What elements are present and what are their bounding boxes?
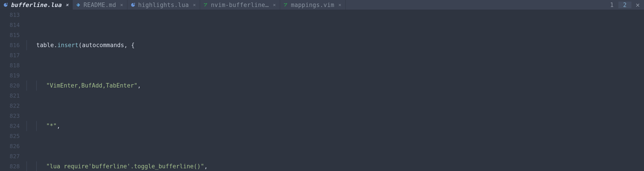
code-line: table.insert(autocommands, { bbox=[26, 40, 644, 50]
line-number: 816 bbox=[0, 40, 20, 50]
vim-icon bbox=[203, 3, 208, 8]
line-number: 826 bbox=[0, 141, 20, 151]
tok: , bbox=[57, 122, 60, 129]
buffer-tab-label: bufferline.lua bbox=[11, 2, 62, 8]
svg-point-6 bbox=[131, 3, 135, 7]
line-number: 821 bbox=[0, 91, 20, 101]
tok: "lua require'bufferline'.toggle_bufferli… bbox=[46, 163, 204, 170]
buffer-tab-label: nvim-bufferline… bbox=[211, 2, 269, 8]
line-number: 815 bbox=[0, 30, 20, 40]
line-number: 814 bbox=[0, 20, 20, 30]
line-number: 825 bbox=[0, 131, 20, 141]
tok: table bbox=[36, 42, 54, 49]
tok: , bbox=[138, 82, 141, 89]
line-number: 818 bbox=[0, 60, 20, 70]
code-line: "VimEnter,BufAdd,TabEnter", bbox=[26, 81, 644, 91]
buffer-tab-nvim-bufferline-vim[interactable]: nvim-bufferline… × bbox=[200, 0, 280, 10]
buffer-tab-bufferline-lua[interactable]: bufferline.lua × bbox=[0, 0, 73, 10]
tab-bar-spacer bbox=[346, 0, 606, 10]
code-line: "*", bbox=[26, 121, 644, 131]
vim-icon bbox=[283, 3, 288, 8]
buffer-tab-bar: bufferline.lua × README.md × highlights.… bbox=[0, 0, 644, 10]
tok: , bbox=[204, 163, 208, 170]
line-number: 827 bbox=[0, 151, 20, 161]
tabpage-close-icon[interactable]: ✕ bbox=[632, 1, 644, 9]
svg-point-8 bbox=[134, 3, 135, 4]
lua-icon bbox=[3, 3, 8, 8]
svg-point-0 bbox=[4, 3, 8, 7]
line-number: 813 bbox=[0, 10, 20, 20]
tok: autocommands bbox=[82, 42, 124, 49]
buffer-tab-readme-md[interactable]: README.md × bbox=[73, 0, 127, 10]
code-line: "lua require'bufferline'.toggle_bufferli… bbox=[26, 161, 644, 171]
tok: ( bbox=[78, 42, 82, 49]
tabpage-2[interactable]: 2 bbox=[618, 2, 632, 8]
close-icon[interactable]: × bbox=[337, 2, 341, 8]
editor-pane[interactable]: 813 814 815 816 817 818 819 820 821 822 … bbox=[0, 10, 644, 171]
line-number-gutter: 813 814 815 816 817 818 819 820 821 822 … bbox=[0, 10, 25, 171]
buffer-tab-mappings-vim[interactable]: mappings.vim × bbox=[280, 0, 346, 10]
tok: , { bbox=[124, 42, 134, 49]
buffer-tab-label: README.md bbox=[84, 2, 116, 8]
markdown-icon bbox=[76, 3, 81, 8]
svg-point-1 bbox=[6, 3, 7, 5]
buffer-tab-label: mappings.vim bbox=[291, 2, 334, 8]
buffer-tab-label: highlights.lua bbox=[138, 2, 189, 8]
close-icon[interactable]: × bbox=[272, 2, 276, 8]
tok: . bbox=[54, 42, 58, 49]
lua-icon bbox=[130, 3, 136, 8]
line-number: 822 bbox=[0, 101, 20, 111]
svg-point-2 bbox=[7, 3, 8, 4]
tok: "VimEnter,BufAdd,TabEnter" bbox=[46, 82, 138, 89]
tok: "*" bbox=[46, 122, 57, 129]
close-icon[interactable]: × bbox=[119, 2, 123, 8]
line-number: 823 bbox=[0, 111, 20, 121]
code-area[interactable]: table.insert(autocommands, { "VimEnter,B… bbox=[25, 10, 644, 171]
tok: insert bbox=[58, 42, 78, 49]
line-number: 820 bbox=[0, 81, 20, 91]
line-number: 819 bbox=[0, 70, 20, 81]
tabpage-indicator: 1 2 ✕ bbox=[606, 0, 644, 10]
buffer-tab-highlights-lua[interactable]: highlights.lua × bbox=[127, 0, 200, 10]
line-number: 817 bbox=[0, 50, 20, 60]
close-icon[interactable]: × bbox=[192, 2, 196, 8]
svg-point-7 bbox=[133, 3, 134, 5]
line-number: 824 bbox=[0, 121, 20, 131]
line-number: 828 bbox=[0, 161, 20, 171]
close-icon[interactable]: × bbox=[64, 2, 68, 8]
tabpage-1[interactable]: 1 bbox=[606, 2, 618, 8]
